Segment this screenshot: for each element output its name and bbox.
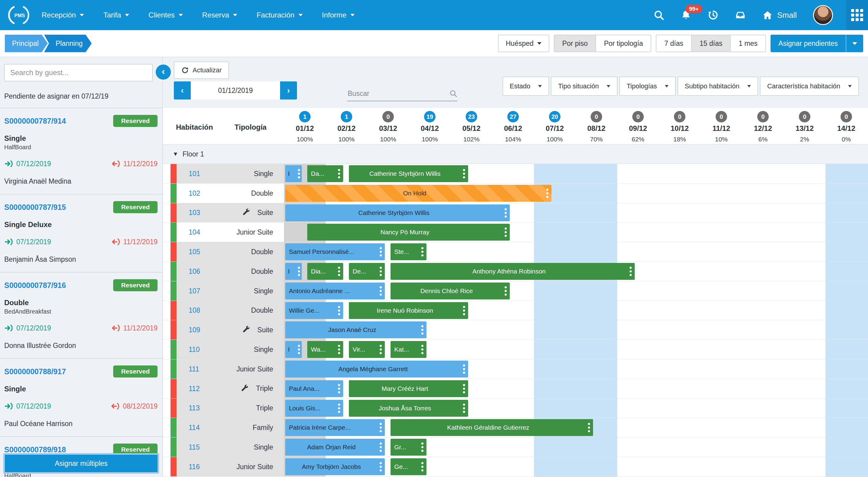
reservation-number-link[interactable]: S0000000787/914	[4, 117, 66, 126]
room-number-link[interactable]: 104	[189, 228, 200, 236]
bar-menu-icon[interactable]	[629, 267, 632, 276]
room-number-link[interactable]: 109	[189, 326, 200, 334]
breadcrumb-principal[interactable]: Principal	[5, 35, 48, 52]
view-button-por-tipología[interactable]: Por tipología	[595, 35, 651, 52]
assign-pending-caret[interactable]	[846, 35, 863, 52]
bar-menu-icon[interactable]	[463, 306, 465, 315]
assign-multiple-button[interactable]: Asignar múltiples	[4, 453, 159, 473]
reservation-bar[interactable]: Antonio Audréanne ...	[285, 282, 385, 299]
view-button-por-piso[interactable]: Por piso	[554, 35, 595, 52]
bar-menu-icon[interactable]	[463, 384, 465, 393]
room-number-link[interactable]: 112	[189, 384, 200, 393]
room-number-link[interactable]: 114	[189, 423, 200, 432]
bar-menu-icon[interactable]	[421, 325, 424, 335]
bar-menu-icon[interactable]	[380, 247, 382, 257]
reservation-bar[interactable]: Patricia Irène Carpe...	[285, 419, 385, 436]
room-number-link[interactable]: 106	[189, 267, 200, 275]
reservation-bar[interactable]: Nancy Pò Murray	[307, 224, 510, 241]
room-number-link[interactable]: 103	[189, 209, 200, 217]
reservation-bar[interactable]: Ste...	[391, 243, 427, 260]
reservation-bar[interactable]: Da...	[307, 165, 343, 182]
next-date-button[interactable]: ›	[280, 81, 297, 100]
reservation-bar[interactable]: Catherine Styrbjörn Willis	[285, 204, 510, 221]
assign-pending-button[interactable]: Asignar pendientes	[771, 35, 863, 52]
bar-menu-icon[interactable]	[298, 267, 300, 276]
apps-grid-button[interactable]	[846, 0, 868, 30]
reservation-bar[interactable]: Wa...	[307, 341, 343, 358]
room-number-link[interactable]: 101	[189, 169, 200, 178]
reservation-bar[interactable]: Catherine Styrbjörn Willis	[349, 165, 468, 182]
room-number-link[interactable]: 113	[189, 404, 200, 412]
reservation-bar[interactable]: Anthony Athéna Robinson	[391, 263, 635, 280]
bar-menu-icon[interactable]	[505, 286, 507, 296]
reservation-number-link[interactable]: S0000000788/917	[4, 367, 66, 376]
sidebar-collapse-button[interactable]: ‹	[155, 63, 172, 81]
bar-menu-icon[interactable]	[380, 443, 382, 452]
current-date-input[interactable]	[191, 81, 280, 100]
bar-menu-icon[interactable]	[463, 364, 465, 374]
room-number-link[interactable]: 102	[189, 189, 200, 197]
bar-menu-icon[interactable]	[380, 286, 382, 296]
bar-menu-icon[interactable]	[298, 169, 300, 178]
reservation-bar[interactable]: Vir...	[349, 341, 385, 358]
reservation-bar[interactable]: I	[285, 263, 302, 280]
menu-item-facturación[interactable]: Facturación	[256, 11, 302, 19]
bar-menu-icon[interactable]	[380, 462, 382, 471]
room-number-link[interactable]: 111	[189, 365, 199, 373]
range-button-7-días[interactable]: 7 días	[656, 35, 691, 52]
reservation-bar[interactable]: Irene Nuó Robinson	[349, 302, 468, 319]
reservation-bar[interactable]: Joshua Åsa Torres	[349, 400, 468, 417]
room-number-link[interactable]: 110	[189, 345, 200, 354]
menu-item-tarifa[interactable]: Tarifa	[103, 11, 129, 19]
reservation-card[interactable]: S0000000788/917ReservedSingle07/12/20190…	[0, 359, 162, 437]
reservation-bar[interactable]: Dennis Chloé Rice	[391, 282, 510, 299]
reservation-bar[interactable]: Gr...	[391, 439, 427, 455]
bar-menu-icon[interactable]	[463, 169, 465, 178]
reservation-bar[interactable]: Mary Crééz Hart	[349, 380, 468, 397]
bar-menu-icon[interactable]	[421, 247, 424, 257]
reservation-bar[interactable]: Jason Anaé Cruz	[285, 321, 427, 338]
filter-estado[interactable]: Estado	[502, 77, 549, 96]
bar-menu-icon[interactable]	[298, 345, 300, 354]
bar-menu-icon[interactable]	[380, 267, 382, 276]
refresh-button[interactable]: Actualizar	[174, 62, 229, 79]
reservation-bar[interactable]: Willie Ge...	[285, 302, 343, 319]
bar-menu-icon[interactable]	[380, 423, 382, 432]
bar-menu-icon[interactable]	[338, 169, 340, 178]
reservation-bar[interactable]: I	[285, 165, 302, 182]
previous-date-button[interactable]: ‹	[174, 81, 191, 100]
on-hold-bar[interactable]: On Hold	[285, 185, 551, 202]
menu-item-clientes[interactable]: Clientes	[149, 11, 183, 19]
filter-tipo-situación[interactable]: Tipo situación	[551, 77, 618, 96]
reservation-bar[interactable]: Ge...	[391, 458, 427, 475]
reservation-bar[interactable]: Amy Torbjörn Jacobs	[285, 458, 385, 475]
room-number-link[interactable]: 108	[189, 306, 200, 314]
filter-subtipo-habitación[interactable]: Subtipo habitación	[678, 77, 758, 96]
menu-item-informe[interactable]: Informe	[322, 11, 354, 19]
filter-tipologías[interactable]: Tipologías	[619, 77, 676, 96]
bar-menu-icon[interactable]	[421, 443, 424, 452]
reservation-bar[interactable]: Paul Ana...	[285, 380, 343, 397]
bar-menu-icon[interactable]	[380, 345, 382, 354]
guest-dropdown-button[interactable]: Huésped	[498, 35, 549, 52]
range-button-1-mes[interactable]: 1 mes	[730, 35, 765, 52]
reservation-card[interactable]: S0000000787/916ReservedDoubleBedAndBreak…	[0, 273, 162, 359]
room-number-link[interactable]: 107	[189, 287, 200, 295]
floor-group-toggle[interactable]: ▼ Floor 1	[163, 145, 868, 164]
bar-menu-icon[interactable]	[338, 306, 340, 315]
menu-item-reserva[interactable]: Reserva	[202, 11, 237, 19]
reservation-bar[interactable]: Angela Méghane Garrett	[285, 361, 468, 377]
reservation-bar[interactable]: Adam Örjan Reid	[285, 439, 385, 455]
bar-menu-icon[interactable]	[505, 208, 507, 217]
reservation-bar[interactable]: Kathleen Géraldine Gutierrez	[391, 419, 593, 436]
bar-menu-icon[interactable]	[421, 345, 424, 354]
bar-menu-icon[interactable]	[338, 267, 340, 276]
property-selector[interactable]: Small	[762, 10, 797, 21]
breadcrumb-planning[interactable]: Planning	[44, 35, 92, 52]
room-number-link[interactable]: 105	[189, 248, 200, 256]
bar-menu-icon[interactable]	[338, 384, 340, 393]
room-number-link[interactable]: 116	[189, 463, 200, 471]
reservation-bar[interactable]: I	[285, 341, 302, 358]
bar-menu-icon[interactable]	[546, 189, 548, 198]
guest-search-input[interactable]	[4, 64, 153, 81]
